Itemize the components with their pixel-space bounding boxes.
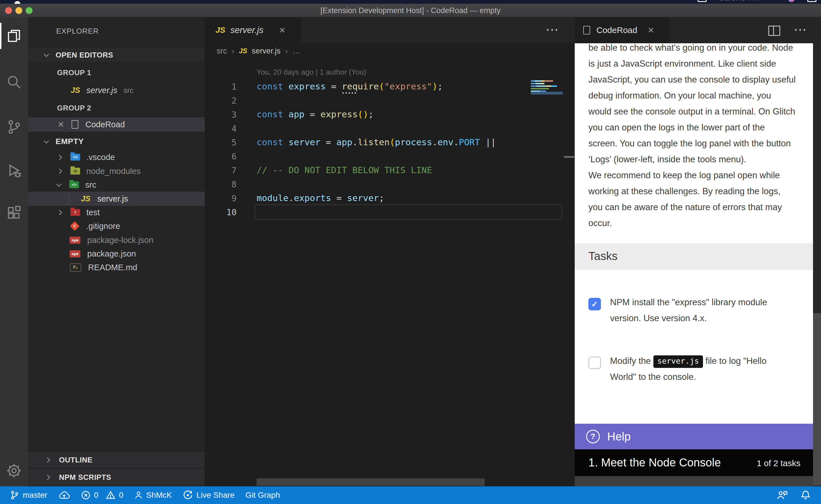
source-control-icon[interactable] [0,113,28,141]
menu-item-terminal[interactable]: Terminal [277,0,309,4]
explorer-icon[interactable] [0,22,28,50]
git-graph-item[interactable]: Git Graph [246,491,280,500]
spotlight-icon[interactable]: ⌕ [771,0,775,2]
file-icon [71,120,78,129]
code-line: 3 const app = express(); [205,107,575,121]
tree-item-gitignore[interactable]: Y .gitignore [28,219,205,233]
code-token: . [454,137,459,147]
menu-item-help[interactable]: Help [371,0,388,4]
code-token: ) [432,81,438,91]
line-number: 1 [211,82,237,92]
line-number: 3 [211,110,237,120]
warning-count: 0 [119,491,123,500]
gitlens-annotation[interactable]: You, 20 days ago | 1 author (You) [257,68,366,77]
open-editor-serverjs[interactable]: JS server.js src [28,83,205,97]
tree-item-package-json[interactable]: npm package.json [28,247,205,261]
npm-scripts-section-header[interactable]: NPM SCRIPTS [28,468,205,485]
code-line: 4 [205,121,575,135]
siri-icon[interactable] [788,0,795,2]
group1-label: GROUP 1 [57,68,91,77]
tree-item-vscode[interactable]: VS .vscode [28,150,205,164]
minimap-line [531,80,553,82]
menu-item-file[interactable]: File [73,0,86,4]
open-editor-detail: src [124,86,134,95]
help-question-icon: ? [586,430,600,443]
editor-actions-more-icon[interactable] [546,23,559,36]
tree-item-label: package.json [87,249,136,259]
tree-item-test[interactable]: T test [28,205,205,220]
account-item[interactable]: ShMcK [134,490,172,500]
code-token: . [432,137,438,147]
test-folder-icon: T [70,209,80,216]
control-center-icon[interactable] [807,0,816,2]
breadcrumb-folder[interactable]: src [217,47,227,56]
line-number: 5 [211,138,237,147]
sync-cloud-item[interactable] [58,490,70,500]
git-branch-item[interactable]: master [10,490,47,501]
settings-gear-icon[interactable] [0,457,28,484]
outline-section-header[interactable]: OUTLINE [28,451,205,468]
menu-item-view[interactable]: View [184,0,202,4]
search-icon[interactable] [0,68,28,96]
breadcrumb-tail[interactable]: … [293,47,300,56]
folder-section-header[interactable]: EMPTY [28,134,205,149]
menu-item-go[interactable]: Go [219,0,229,4]
close-icon[interactable] [648,26,654,35]
task-text: NPM install the "express" library module [610,294,810,310]
menu-item-selection[interactable]: Selection [134,0,168,4]
code-token: = [331,81,342,91]
tree-item-package-lock[interactable]: npm package-lock.json [28,233,205,247]
webview-scrollbar-thumb[interactable] [813,313,821,485]
extensions-icon[interactable] [0,199,28,227]
close-icon[interactable] [58,120,64,129]
menu-item-code[interactable]: Code [37,0,56,4]
tab-serverjs[interactable]: JS server.js [205,17,301,43]
breadcrumb-file[interactable]: server.js [252,47,281,56]
code-token: ; [438,81,443,91]
horizontal-scrollbar[interactable] [257,478,485,486]
problems-item[interactable]: 0 0 [81,490,123,500]
tree-item-label: src [85,180,96,190]
split-editor-icon[interactable] [768,26,780,36]
live-share-icon [183,490,193,500]
menu-item-edit[interactable]: Edit [103,0,117,4]
tree-item-serverjs[interactable]: JS server.js [28,192,205,206]
code-token: require [342,81,379,91]
error-icon [81,490,91,500]
tree-item-readme[interactable]: M↓ README.md [28,260,205,274]
apple-menu-icon[interactable] [14,1,21,4]
live-share-item[interactable]: Live Share [183,490,235,500]
run-debug-icon[interactable] [0,157,28,185]
help-section-header[interactable]: ? Help [575,424,813,449]
code-token: "express" [384,81,432,91]
open-editors-header[interactable]: OPEN EDITORS [28,48,205,62]
webview-scrollbar[interactable] [813,43,821,486]
breadcrumb[interactable]: src › JS server.js › … [217,46,300,56]
line-number: 10 [211,207,237,217]
code-token: = [336,193,347,203]
menu-item-window[interactable]: Window [325,0,355,4]
panel-more-icon[interactable] [794,23,807,36]
task-checkbox-unchecked[interactable] [588,357,601,369]
tab-coderoad[interactable]: CodeRoad [575,17,670,43]
menu-item-run[interactable]: Run [246,0,261,4]
open-editor-name: server.js [86,86,117,95]
cloud-upload-icon [58,490,70,500]
minimap[interactable] [531,62,563,96]
task-checkbox-checked[interactable] [588,298,601,310]
mac-menu-bar: Code File Edit Selection View Go Run Ter… [0,0,821,4]
tree-item-node-modules[interactable]: JS node_modules [28,164,205,178]
open-editor-coderoad[interactable]: CodeRoad [28,117,205,132]
markdown-icon: M↓ [70,263,81,272]
task-text: World" to the console. [610,369,810,385]
tutorial-text-line: We recommend to keep the log panel open … [588,167,805,183]
error-count: 0 [94,491,99,500]
close-icon[interactable] [279,26,285,35]
activity-bar [0,17,28,486]
tutorial-text-line: you can open the logs in the lower part … [588,120,805,136]
notifications-bell-icon[interactable] [800,490,811,501]
breadcrumb-separator: › [232,46,234,56]
account-name: ShMcK [146,491,172,500]
feedback-icon[interactable] [777,490,788,501]
tree-item-src[interactable]: </> src [28,178,205,192]
